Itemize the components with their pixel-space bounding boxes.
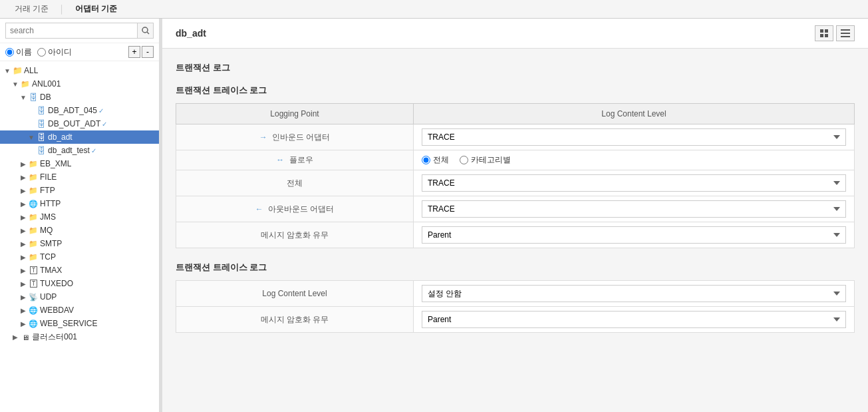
outbound-value-cell: TRACE DEBUG INFO WARN ERROR <box>414 196 855 222</box>
trace-log-table: Logging Point Log Content Level → 인바운드 어… <box>176 103 855 248</box>
tree-item-db-adt-045[interactable]: 🗄 DB_ADT_045 ✓ <box>0 104 159 117</box>
svg-rect-5 <box>825 34 828 37</box>
col1-header: Logging Point <box>176 104 414 124</box>
svg-rect-3 <box>825 29 828 33</box>
db-icon-adt-test: 🗄 <box>36 145 47 156</box>
table-row: Log Content Level 설정 안함 TRACE DEBUG INFO… <box>176 281 855 307</box>
content-body: 트랜잭션 로그 트랜잭션 트레이스 로그 Logging Point Log C… <box>162 49 868 359</box>
table-row: ← 아웃바운드 어댑터 TRACE DEBUG INFO WARN ERROR <box>176 196 855 222</box>
radio-category-label: 카테고리별 <box>471 154 511 166</box>
folder-icon-tmax: 🅃 <box>28 265 39 276</box>
col2-header: Log Content Level <box>414 104 855 124</box>
sidebar: 이름 아이디 + - ▼ 📁 ALL <box>0 19 160 412</box>
radio-id[interactable]: 아이디 <box>37 47 72 58</box>
outbound-select[interactable]: TRACE DEBUG INFO WARN ERROR <box>422 200 846 218</box>
search-input[interactable] <box>5 23 138 39</box>
all-label: 전체 <box>176 170 414 196</box>
radio-all[interactable]: 전체 <box>422 154 449 166</box>
tree-item-tcp[interactable]: ▶ 📁 TCP <box>0 250 159 264</box>
log-level-label: Log Content Level <box>176 281 414 307</box>
tree-item-db[interactable]: ▼ 🗄 DB <box>0 91 159 104</box>
tree-item-all[interactable]: ▼ 📁 ALL <box>0 64 159 77</box>
tree-item-db-adt[interactable]: ▼ 🗄 db_adt <box>0 130 159 144</box>
svg-rect-4 <box>820 34 823 37</box>
radio-category[interactable]: 카테고리별 <box>460 154 511 166</box>
search-button[interactable] <box>138 23 154 39</box>
search-icon <box>142 27 150 35</box>
inbound-prefix-icon: → <box>259 132 267 142</box>
search-bar <box>0 19 159 43</box>
tree-item-webdav[interactable]: ▶ 🌐 WEBDAV <box>0 304 159 317</box>
folder-icon-anl001: 📁 <box>20 79 31 89</box>
folder-icon-mq: 📁 <box>28 225 39 236</box>
tree-item-jms[interactable]: ▶ 📁 JMS <box>0 210 159 224</box>
tree-item-tmax[interactable]: ▶ 🅃 TMAX <box>0 264 159 277</box>
log-level-value-cell: 설정 안함 TRACE DEBUG INFO WARN ERROR <box>414 281 855 307</box>
content-area: db_adt <box>162 19 868 412</box>
transaction-trace-title2: 트랜잭션 트레이스 로그 <box>176 262 855 274</box>
all-value-cell: TRACE DEBUG INFO WARN ERROR <box>414 170 855 196</box>
inbound-select[interactable]: TRACE DEBUG INFO WARN ERROR <box>422 128 846 146</box>
db-icon: 🗄 <box>28 92 39 103</box>
tree-item-http[interactable]: ▶ 🌐 HTTP <box>0 197 159 210</box>
folder-icon-smtp: 📁 <box>28 238 39 249</box>
tree-container: ▼ 📁 ALL ▼ 📁 ANL001 ▼ 🗄 DB <box>0 61 159 412</box>
encrypt-select[interactable]: Parent True False <box>422 226 846 244</box>
svg-rect-8 <box>841 36 850 37</box>
trace-log-table2: Log Content Level 설정 안함 TRACE DEBUG INFO… <box>176 280 855 333</box>
remove-button[interactable]: - <box>142 46 154 58</box>
add-button[interactable]: + <box>128 46 140 58</box>
table-row: 메시지 암호화 유무 Parent True False <box>176 307 855 333</box>
grid-icon <box>819 29 829 38</box>
tab-divider: │ <box>59 5 65 14</box>
tree-item-file[interactable]: ▶ 📁 FILE <box>0 170 159 184</box>
transaction-log-title: 트랜잭션 로그 <box>176 62 855 74</box>
menu-button[interactable] <box>836 25 855 41</box>
tree-item-mq[interactable]: ▶ 📁 MQ <box>0 224 159 237</box>
inbound-value-cell: TRACE DEBUG INFO WARN ERROR <box>414 124 855 150</box>
tree-item-anl001[interactable]: ▼ 📁 ANL001 <box>0 77 159 91</box>
encrypt2-label: 메시지 암호화 유무 <box>176 307 414 333</box>
folder-icon-ftp: 📁 <box>28 185 39 196</box>
svg-rect-2 <box>820 29 823 33</box>
tree-item-smtp[interactable]: ▶ 📁 SMTP <box>0 237 159 250</box>
filter-options: 이름 아이디 + - <box>0 43 159 61</box>
folder-icon-ws: 🌐 <box>28 318 39 329</box>
flow-label: ↔ 플로우 <box>176 150 414 170</box>
tab-transaction[interactable]: 거래 기준 <box>7 1 57 17</box>
tree-item-udp[interactable]: ▶ 📡 UDP <box>0 290 159 304</box>
db-icon-adt045: 🗄 <box>36 105 47 116</box>
svg-rect-7 <box>841 33 850 34</box>
grid-view-button[interactable] <box>815 25 833 41</box>
folder-icon-http: 🌐 <box>28 198 39 209</box>
radio-name[interactable]: 이름 <box>5 47 32 58</box>
encrypt-label: 메시지 암호화 유무 <box>176 222 414 248</box>
folder-icon-file: 📁 <box>28 172 39 182</box>
table-row: → 인바운드 어댑터 TRACE DEBUG INFO WARN ERROR <box>176 124 855 150</box>
encrypt2-select[interactable]: Parent True False <box>422 311 846 328</box>
table-row: ↔ 플로우 전체 <box>176 150 855 170</box>
folder-icon-webdav: 🌐 <box>28 305 39 315</box>
menu-icon <box>841 29 850 37</box>
tree-item-ftp[interactable]: ▶ 📁 FTP <box>0 184 159 197</box>
table-row: 메시지 암호화 유무 Parent True False <box>176 222 855 248</box>
log-level-select[interactable]: 설정 안함 TRACE DEBUG INFO WARN ERROR <box>422 285 846 302</box>
cluster-icon: 🖥 <box>20 332 31 343</box>
outbound-prefix-icon: ← <box>255 204 263 214</box>
page-title: db_adt <box>176 28 206 39</box>
tree-item-db-out-adt[interactable]: 🗄 DB_OUT_ADT ✓ <box>0 117 159 130</box>
tree-item-web-service[interactable]: ▶ 🌐 WEB_SERVICE <box>0 317 159 330</box>
tree-item-cluster001[interactable]: ▶ 🖥 클러스터001 <box>0 330 159 344</box>
tree-item-tuxedo[interactable]: ▶ 🅃 TUXEDO <box>0 277 159 290</box>
all-select[interactable]: TRACE DEBUG INFO WARN ERROR <box>422 174 846 192</box>
top-tabs: 거래 기준 │ 어댑터 기준 <box>0 0 868 19</box>
folder-icon-tcp: 📁 <box>28 252 39 262</box>
db-icon-out-adt: 🗄 <box>36 118 47 129</box>
tree-item-db-adt-test[interactable]: 🗄 db_adt_test ✓ <box>0 144 159 157</box>
check-icon-out: ✓ <box>102 120 107 128</box>
svg-line-1 <box>147 32 149 34</box>
tree-item-eb-xml[interactable]: ▶ 📁 EB_XML <box>0 157 159 170</box>
tab-adapter[interactable]: 어댑터 기준 <box>67 1 125 17</box>
flow-radio-group: 전체 카테고리별 <box>422 154 846 166</box>
check-icon: ✓ <box>98 107 104 114</box>
